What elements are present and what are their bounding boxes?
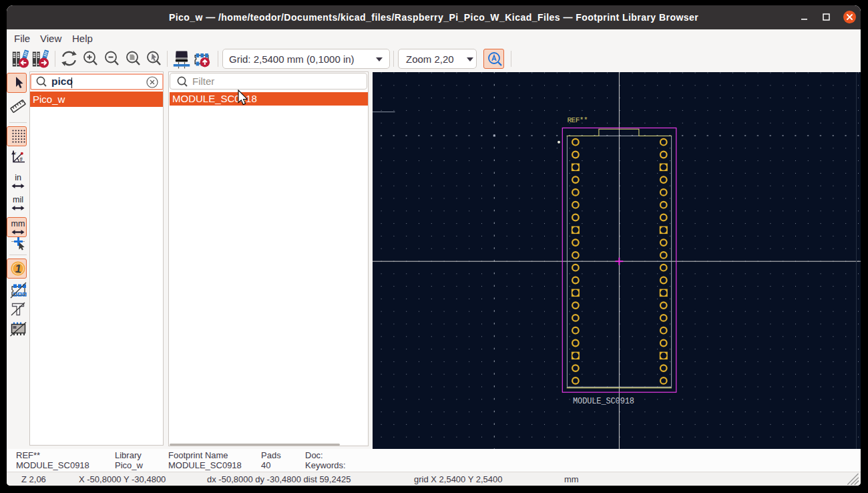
svg-text:in: in xyxy=(15,173,21,182)
svg-text:r: r xyxy=(15,150,17,156)
svg-text:mm: mm xyxy=(11,219,25,228)
svg-text:mil: mil xyxy=(13,195,23,204)
svg-text:θ: θ xyxy=(20,156,23,162)
svg-text:MODULE_SC0918: MODULE_SC0918 xyxy=(573,397,634,406)
svg-text:REF**: REF** xyxy=(568,116,588,124)
